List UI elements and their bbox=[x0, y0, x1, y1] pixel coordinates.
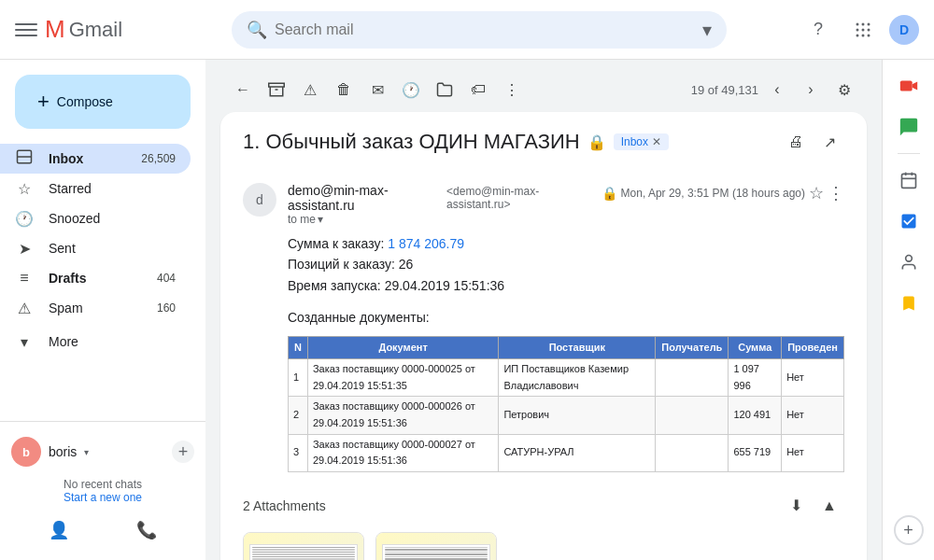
svg-point-7 bbox=[862, 34, 865, 36]
sender-email: <demo@min-max-assistant.ru> bbox=[446, 185, 589, 211]
attachment-1[interactable]: ✕ Расчёт_2019-04-2… bbox=[243, 532, 364, 560]
search-dropdown-icon[interactable]: ▾ bbox=[702, 19, 712, 41]
svg-marker-13 bbox=[912, 81, 917, 90]
search-icon: 🔍 bbox=[247, 20, 267, 40]
menu-icon[interactable] bbox=[15, 19, 37, 41]
body-sum: Сумма к заказу: 1 874 206.79 bbox=[288, 233, 844, 254]
svg-point-2 bbox=[868, 22, 870, 25]
sidebar-item-spam[interactable]: ⚠ Spam 160 bbox=[0, 293, 191, 323]
label-button[interactable]: 🏷 bbox=[463, 75, 493, 105]
sidebar-item-more[interactable]: ▾ More bbox=[0, 327, 191, 357]
help-button[interactable]: ? bbox=[800, 11, 837, 49]
attachments-list: ✕ Расчёт_2019-04-2… bbox=[243, 532, 844, 560]
attachment-1-preview bbox=[244, 533, 363, 560]
download-all-button[interactable]: ⬇ bbox=[781, 491, 811, 521]
body-positions: Позиций к заказу: 26 bbox=[288, 254, 844, 274]
inbox-icon bbox=[15, 148, 34, 169]
no-recent-chats: No recent chats Start a new one bbox=[0, 474, 205, 508]
sidebar-item-more-label: More bbox=[49, 334, 176, 349]
more-button[interactable]: ⋮ bbox=[497, 75, 527, 105]
open-button[interactable]: ↗ bbox=[814, 127, 844, 157]
apps-button[interactable] bbox=[844, 11, 882, 49]
user-name: boris bbox=[49, 444, 77, 459]
email-count: 19 of 49,131 bbox=[691, 83, 758, 97]
toolbar-nav: ‹ › bbox=[762, 75, 826, 105]
add-app-button[interactable]: + bbox=[894, 515, 924, 545]
sidebar-item-starred[interactable]: ☆ Starred bbox=[0, 174, 191, 203]
message-more-button[interactable]: ⋮ bbox=[828, 183, 844, 203]
message-date: Mon, Apr 29, 3:51 PM (18 hours ago) bbox=[621, 187, 805, 200]
spam-button[interactable]: ⚠ bbox=[295, 75, 325, 105]
sidebar-item-sent-label: Sent bbox=[49, 241, 176, 256]
col-doc: Документ bbox=[307, 336, 498, 359]
svg-point-18 bbox=[905, 256, 912, 262]
chat-icon[interactable] bbox=[890, 108, 927, 146]
col-recipient: Получатель bbox=[656, 336, 729, 359]
user-avatar[interactable]: D bbox=[889, 15, 919, 45]
drafts-icon: ≡ bbox=[15, 270, 34, 287]
thread-title: 1. Обычный заказ ОДИН МАГАЗИН 🔒 Inbox ✕ … bbox=[243, 127, 844, 157]
archive-button[interactable] bbox=[262, 75, 291, 105]
sidebar-item-drafts-count: 404 bbox=[157, 272, 176, 285]
gmail-m: M bbox=[45, 15, 65, 44]
sidebar-item-snoozed[interactable]: 🕐 Snoozed bbox=[0, 203, 191, 233]
move-button[interactable] bbox=[430, 75, 460, 105]
col-sum: Сумма bbox=[729, 336, 782, 359]
svg-rect-14 bbox=[901, 174, 915, 188]
svg-point-0 bbox=[856, 22, 859, 25]
sidebar-item-spam-count: 160 bbox=[157, 301, 176, 315]
col-status: Проведен bbox=[782, 336, 844, 359]
sidebar-item-inbox[interactable]: Inbox 26,509 bbox=[0, 144, 191, 174]
svg-point-6 bbox=[856, 34, 859, 36]
back-button[interactable]: ← bbox=[228, 75, 258, 105]
prev-email-button[interactable]: ‹ bbox=[762, 75, 792, 105]
attachment-2[interactable]: ✕ КЗаказу_2019-04-… bbox=[375, 532, 497, 560]
add-chat-button[interactable]: + bbox=[172, 441, 194, 463]
compose-button[interactable]: + Compose bbox=[15, 75, 191, 129]
snoozed-icon: 🕐 bbox=[15, 210, 34, 228]
calendar-icon[interactable] bbox=[890, 161, 927, 199]
main-content: + Compose Inbox 26,509 ☆ Starred 🕐 Snooz… bbox=[0, 60, 934, 560]
sidebar-item-drafts[interactable]: ≡ Drafts 404 bbox=[0, 263, 191, 293]
sidebar-item-drafts-label: Drafts bbox=[49, 271, 142, 286]
svg-rect-10 bbox=[269, 83, 285, 87]
sum-value: 1 874 206.79 bbox=[388, 236, 464, 251]
print-button[interactable]: 🖨 bbox=[781, 127, 811, 157]
gmail-text: Gmail bbox=[69, 18, 122, 42]
tasks-icon[interactable] bbox=[890, 203, 927, 240]
compose-plus-icon: + bbox=[37, 90, 50, 114]
sidebar-divider-1 bbox=[898, 153, 920, 154]
add-app-area: + bbox=[894, 504, 924, 553]
keep-icon[interactable] bbox=[890, 285, 927, 322]
meet-icon[interactable] bbox=[890, 67, 927, 105]
body-time: Время запуска: 29.04.2019 15:51:36 bbox=[288, 275, 844, 296]
recipient-label[interactable]: to me ▾ bbox=[288, 213, 590, 226]
sidebar-item-inbox-label: Inbox bbox=[49, 151, 126, 166]
sidebar-person-icon[interactable]: 👤 bbox=[40, 511, 78, 549]
save-to-drive-button[interactable]: ▲ bbox=[814, 491, 844, 521]
user-row[interactable]: b boris ▾ + bbox=[0, 429, 205, 474]
next-email-button[interactable]: › bbox=[796, 75, 826, 105]
more-icon: ▾ bbox=[15, 333, 34, 351]
settings-button[interactable]: ⚙ bbox=[829, 75, 859, 105]
snooze-button[interactable]: 🕐 bbox=[396, 75, 426, 105]
inbox-tag-close[interactable]: ✕ bbox=[652, 135, 661, 148]
contacts-icon[interactable] bbox=[890, 244, 927, 281]
inbox-tag: Inbox ✕ bbox=[614, 133, 669, 150]
email-message: d demo@min-max-assistant.ru <demo@min-ma… bbox=[243, 172, 844, 560]
email-subject: 1. Обычный заказ ОДИН МАГАЗИН bbox=[243, 130, 580, 154]
sidebar: + Compose Inbox 26,509 ☆ Starred 🕐 Snooz… bbox=[0, 60, 205, 560]
mark-button[interactable]: ✉ bbox=[362, 75, 392, 105]
star-button[interactable]: ☆ bbox=[809, 183, 824, 203]
spam-icon: ⚠ bbox=[15, 300, 34, 317]
attachments-title: 2 Attachments bbox=[243, 498, 326, 513]
svg-point-1 bbox=[862, 22, 865, 25]
thread-action-icons: 🖨 ↗ bbox=[781, 127, 844, 157]
delete-button[interactable]: 🗑 bbox=[329, 75, 359, 105]
start-new-link[interactable]: Start a new one bbox=[0, 491, 205, 504]
email-thread: 1. Обычный заказ ОДИН МАГАЗИН 🔒 Inbox ✕ … bbox=[220, 112, 867, 560]
sidebar-item-sent[interactable]: ➤ Sent bbox=[0, 233, 191, 263]
table-row: 3Заказ поставщику 0000-000027 от 29.04.2… bbox=[289, 434, 844, 471]
search-input[interactable] bbox=[275, 21, 695, 38]
sidebar-phone-icon[interactable]: 📞 bbox=[128, 511, 165, 549]
